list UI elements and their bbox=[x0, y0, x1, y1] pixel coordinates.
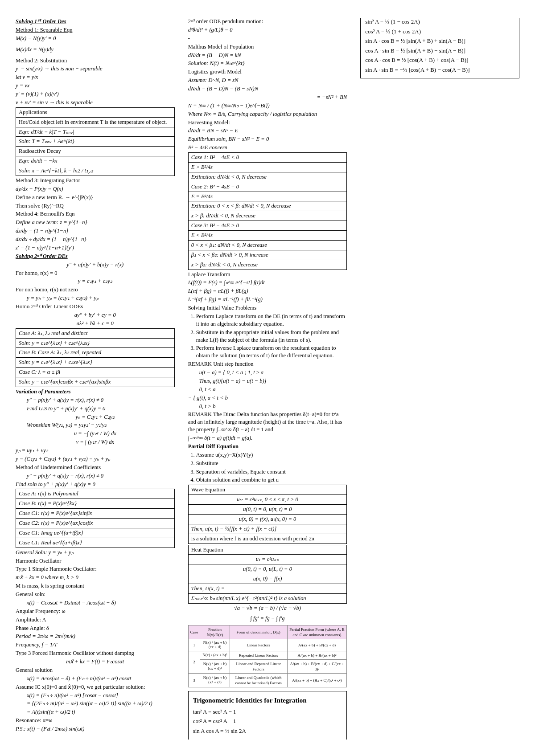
eq: = { g(t), a < t < b bbox=[188, 394, 347, 402]
eq: Solution: N(t) = N₀e^{kt} bbox=[188, 60, 347, 67]
eq: yₚ = uy₁ + vy₂ bbox=[16, 447, 175, 454]
eq: aλ² + bλ + c = 0 bbox=[16, 320, 175, 327]
table-row: 2 N(x) / (ax + b)² Repeated Linear Facto… bbox=[188, 651, 347, 659]
text: General solution bbox=[16, 666, 175, 674]
trig-title: Trigonometric Identities for Integration bbox=[193, 696, 342, 705]
heading-pde: Partial Diff Equation bbox=[188, 443, 347, 450]
text: Laplace Transform bbox=[188, 271, 347, 278]
text: Solving Initial Value Problems bbox=[188, 304, 347, 312]
pf-header: Partial Fraction Form (where A, B and C … bbox=[287, 625, 347, 639]
lambda-cases-box: Case A: λ₁, λ₂ real and distinct Soln: y… bbox=[16, 328, 175, 387]
text: Method of Undetermined Coefficients bbox=[16, 464, 175, 471]
eq: u = −∫ (y₂r / W) dx bbox=[16, 430, 175, 437]
eq: u(t − a) = { 0, t < a ; 1, t ≥ a bbox=[188, 369, 347, 376]
box-title: Wave Equation bbox=[189, 485, 347, 495]
eq: y′ = (v)(1) + (x)(v′) bbox=[16, 90, 175, 98]
box-row: Applications bbox=[16, 108, 174, 118]
eq: z′ = (1 − n)y^{1−n+1}(y′) bbox=[16, 244, 175, 252]
trig-row: tan² A = sec² A − 1 bbox=[193, 708, 342, 716]
box-row: Case C1: Imag ue^{(α+iβ)x} bbox=[16, 528, 174, 538]
eq: Find soln to y″ + p(x)y′ + q(x)y = 0 bbox=[16, 481, 175, 488]
ivp-steps-cont: Perform inverse Laplace transform on the… bbox=[196, 344, 347, 360]
text: REMARK Unit step function bbox=[188, 360, 347, 368]
list-item: Separation of variables, Equate constant bbox=[196, 468, 347, 476]
eq: v = ∫ (y₁r / W) dx bbox=[16, 438, 175, 446]
text: For homo, r(x) = 0 bbox=[16, 270, 175, 277]
text: Define a new term R. → e^{∫P(x)} bbox=[16, 194, 175, 201]
eq: = {(2F₀ ÷ m)/(α² − ω²) sin((α − ω)/2 t)}… bbox=[16, 700, 175, 707]
box-row: Soln: y = c₁e^{λ₁x} + c₂xe^{λ₂x} bbox=[16, 358, 174, 368]
cell: A/(ax + b) + (Bx + C)/(x² + c²) bbox=[287, 673, 347, 687]
eq: L⁻¹(αf + βg) = αL⁻¹(f) + βL⁻¹(g) bbox=[188, 296, 347, 303]
text: Harvesting Model: bbox=[188, 119, 347, 127]
text: Type 1 Simple Harmonic Oscillator: bbox=[16, 565, 175, 573]
eq: mẍ + kx = F(t) = F₀cosαt bbox=[16, 658, 175, 666]
eq: dN/dt = BN − sN² − E bbox=[188, 127, 347, 135]
text: 2ⁿᵈ order ODE pendulum motion: bbox=[188, 18, 347, 25]
trig-row: sin A cos A = ½ sin 2A bbox=[193, 727, 342, 735]
heat-eqn-box: Heat Equation uₜ = c²uₓₓ u(0, t) = 0, u(… bbox=[188, 545, 347, 604]
box-row: Σₙ₌₁^∞ bₙ sin(nπ/L x) e^{−c²(nπ/L)² t} i… bbox=[189, 594, 347, 603]
trig-row: cos² A = ½ (1 + cos 2A) bbox=[365, 28, 514, 36]
eq: = A(t)sin((α + ω)/2 t) bbox=[16, 708, 175, 716]
box-row: 0 < x < β₁: dN/dt < 0, N decrease bbox=[189, 241, 347, 250]
eq: Wronskian W(y₁, y₂) = y₁y₂′ − y₁′y₂ bbox=[16, 421, 175, 429]
box-row: Eqn: dT/dt = k|T − Tₑₙᵥ| bbox=[16, 127, 174, 137]
box-row: Radioactive Decay bbox=[16, 147, 174, 156]
eq: = −sN² + BN bbox=[188, 94, 347, 101]
eq: y = vx bbox=[16, 82, 175, 90]
text: M is mass, k is spring constant bbox=[16, 582, 175, 590]
eq: yₕ = C₁y₁ + C₂y₂ bbox=[16, 413, 175, 421]
wave-eqn-box: Wave Equation uₜₜ = c²uₓₓ, 0 ≤ x ≤ π, t … bbox=[188, 485, 347, 544]
box-row: Case 1: B² − 4sE < 0 bbox=[189, 153, 347, 163]
box-row: Soln: T = Tₑₙᵥ + Ae^{kt} bbox=[16, 137, 174, 147]
eq: Equilibrium soln, BN − sN² − E = 0 bbox=[188, 135, 347, 143]
eq: Find G.S to y″ + p(x)y′ + q(x)y = 0 bbox=[16, 405, 175, 413]
cell: N(x) / (ax + b)(cx + d)² bbox=[200, 659, 230, 673]
cell: 1 bbox=[188, 639, 200, 651]
box-row: Then, U(x, t) = bbox=[189, 584, 347, 594]
eq: ∫ fg′ = fg − ∫ f′g bbox=[188, 615, 347, 622]
eq: ay″ + by′ + cy = 0 bbox=[16, 311, 175, 319]
cell: N(x) / (ax + b)(x² + c²) bbox=[200, 673, 230, 687]
eq: d²θ/dt² + (g/L)θ = 0 bbox=[188, 26, 347, 34]
eq: x(t) = Acos(ωt − δ) + (F₀ ÷ m)/(ω² − α²)… bbox=[16, 675, 175, 682]
text: Logistics growth Model bbox=[188, 68, 347, 76]
text: Assume IC x(0)=0 and ẋ(0)=0, we get part… bbox=[16, 683, 175, 691]
eq: 0, t < a bbox=[188, 386, 347, 393]
partial-fraction-table: Case Fraction N(x)/D(x) Form of denomina… bbox=[188, 625, 347, 688]
box-row: Case B: Case A: λ₁, λ₂ real, repeated bbox=[16, 348, 174, 358]
applications-box: Applications Hot/Cold object left in env… bbox=[16, 107, 175, 176]
box-row: Soln: y = c₁e^{λ₁x} + c₂e^{λ₂x} bbox=[16, 339, 174, 348]
eq: x(t) = (F₀ ÷ n)/(ω² − α²) [cosαt − cosωt… bbox=[16, 692, 175, 699]
box-row: Extinction: dN/dt < 0, N decrease bbox=[189, 172, 347, 182]
eq: y″ + p(x)y′ + q(x)y = r(x), r(x) ≠ 0 bbox=[16, 396, 175, 404]
box-row: u(x, 0) = f(x), uₜ(x, 0) = 0 bbox=[189, 515, 347, 524]
eq: L(αf + βg) = αL(f) + βL(g) bbox=[188, 287, 347, 295]
cell: 3 bbox=[188, 673, 200, 687]
box-row: β₁ < x < β₂: dN/dt > 0, N increase bbox=[189, 250, 347, 260]
eq: dz/dx ÷ dy/dx = (1 − n)y^{1−n} bbox=[16, 236, 175, 243]
table-row: N(x) / (ax + b)(cx + d)² Linear and Repe… bbox=[188, 659, 347, 673]
box-row: Case C1: Real ue^{(α+iβ)x} bbox=[16, 538, 174, 548]
eq: P.S.: x(t) = (F₀t / 2mω) sin(ωt) bbox=[16, 725, 175, 733]
box-row: u(x, 0) = f(x) bbox=[189, 574, 347, 584]
harvest-cases-box: Case 1: B² − 4sE < 0 E > B²/4s Extinctio… bbox=[188, 152, 347, 270]
box-title: Heat Equation bbox=[189, 545, 347, 555]
eq: M(x) − N(y)y′ = 0 bbox=[16, 35, 175, 42]
eq: y′ = sin(y/x) → this is non − separable bbox=[16, 65, 175, 73]
text: Angular Frequency: ω bbox=[16, 608, 175, 615]
heading-1st-order: Solving 1ˢᵗ Order Des bbox=[16, 18, 66, 25]
text: General soln: bbox=[16, 591, 175, 598]
list-item: Substitute in the appropriate initial va… bbox=[196, 329, 347, 344]
cell: Linear and Quadratic (which cannot be fa… bbox=[230, 673, 287, 687]
method2-label: Method 2: Substitution bbox=[16, 57, 175, 65]
cell: Linear and Repeated Linear Factors bbox=[230, 659, 287, 673]
method3-label: Method 3: Integrating Factor bbox=[16, 177, 175, 184]
eq: B² − 4sE concern bbox=[188, 144, 347, 151]
box-row: uₜₜ = c²uₓₓ, 0 ≤ x ≤ π, t > 0 bbox=[189, 495, 347, 505]
box-row: Hot/Cold object left in environment T is… bbox=[16, 118, 174, 127]
box-row: Soln: y = c₁e^{αx}cosβx + c₂e^{αx}sinβx bbox=[16, 377, 174, 387]
cheat-sheet: Solving 1ˢᵗ Order Des Method 1: Separabl… bbox=[16, 18, 519, 740]
box-row: Case A: λ₁, λ₂ real and distinct bbox=[16, 329, 174, 339]
